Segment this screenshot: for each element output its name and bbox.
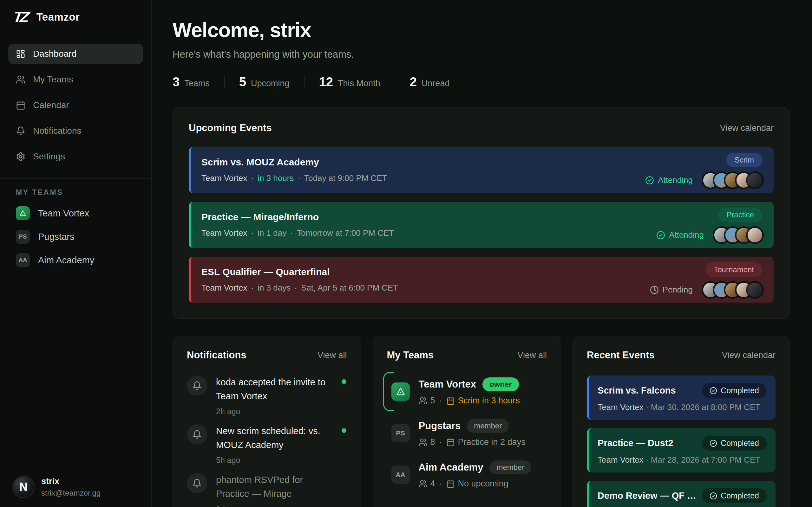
role-badge: member — [467, 419, 509, 433]
users-icon — [419, 396, 427, 405]
stat-divider — [395, 76, 395, 88]
event-team: Team Vortex — [201, 283, 247, 293]
member-count: 5 — [419, 396, 435, 406]
rsvp-label: Attending — [669, 230, 704, 240]
attendee-avatars — [704, 173, 762, 187]
sidebar-team-aim-academy[interactable]: AA Aim Academy — [0, 253, 151, 267]
team-name: Aim Academy — [38, 255, 94, 266]
unread-dot — [342, 428, 346, 433]
separator: · — [294, 283, 297, 293]
event-title: ESL Qualifier — Quarterfinal — [201, 267, 398, 277]
brand-logo-icon: TZ — [12, 8, 31, 26]
notification-text: phantom RSVPed for Practice — Mirage — [216, 473, 336, 501]
notification-item[interactable]: New scrim scheduled: vs. MOUZ Academy 5h… — [187, 424, 347, 465]
separator: · — [646, 455, 649, 464]
sidebar-item-label: Dashboard — [33, 49, 77, 59]
event-meta: Team Vortex · in 1 day · Tomorrow at 7:0… — [201, 228, 394, 238]
separator: · — [439, 437, 442, 447]
status-label: Completed — [721, 386, 759, 395]
sidebar-item-notifications[interactable]: Notifications — [8, 121, 143, 141]
sidebar-item-calendar[interactable]: Calendar — [8, 95, 143, 115]
check-circle-icon — [645, 176, 654, 185]
notifications-view-all-link[interactable]: View all — [317, 350, 347, 360]
team-meta: 5 · Scrim in 3 hours — [419, 396, 520, 406]
stats-row: 3 Teams 5 Upcoming 12 This Month 2 Unrea… — [172, 75, 790, 89]
sidebar: TZ Teamzor Dashboard My Teams Calendar N… — [0, 0, 152, 507]
recent-event-row[interactable]: Demo Review — QF … Completed Pugstars · … — [587, 481, 775, 507]
user-avatar: N — [13, 477, 34, 497]
event-side: Practice Attending — [656, 208, 762, 242]
sidebar-team-pugstars[interactable]: PS Pugstars — [0, 230, 151, 244]
event-row[interactable]: ESL Qualifier — Quarterfinal Team Vortex… — [189, 257, 774, 302]
team-card-pugstars[interactable]: PS Pugstars member 8 · — [392, 419, 547, 447]
event-side: Scrim Attending — [645, 153, 762, 187]
notification-body: koda accepted the invite to Team Vortex … — [216, 376, 336, 416]
separator: · — [251, 173, 254, 183]
status-label: Completed — [721, 439, 759, 448]
event-title: Practice — Mirage/Inferno — [201, 212, 394, 222]
next-event-label: Scrim in 3 hours — [458, 396, 520, 406]
bell-icon — [187, 424, 207, 445]
recent-events-title: Recent Events — [587, 349, 655, 361]
stat-divider — [224, 76, 224, 88]
team-name: Pugstars — [38, 232, 74, 242]
separator: · — [298, 173, 300, 183]
sidebar-item-settings[interactable]: Settings — [8, 147, 143, 167]
check-circle-icon — [656, 231, 665, 239]
bell-icon — [16, 126, 26, 135]
view-calendar-link[interactable]: View calendar — [720, 123, 774, 133]
member-count: 4 — [419, 479, 435, 489]
recent-event-row[interactable]: Practice — Dust2 Completed Team Vortex ·… — [587, 428, 775, 472]
event-team: Team Vortex — [201, 173, 247, 183]
event-team: Team Vortex — [201, 228, 247, 238]
notifications-list: koda accepted the invite to Team Vortex … — [187, 376, 347, 507]
event-main: Scrim vs. MOUZ Academy Team Vortex · in … — [201, 157, 387, 183]
rsvp-label: Attending — [658, 175, 693, 185]
my-teams-title: My Teams — [387, 349, 434, 361]
team-card-body: Team Vortex owner 5 · — [419, 377, 520, 406]
separator: · — [646, 402, 649, 412]
recent-view-calendar-link[interactable]: View calendar — [722, 350, 775, 360]
recent-event-title: Practice — Dust2 — [598, 438, 673, 448]
notifications-header: Notifications View all — [187, 349, 347, 361]
calendar-icon — [446, 480, 455, 488]
users-icon — [419, 480, 427, 488]
notification-text: koda accepted the invite to Team Vortex — [216, 376, 336, 403]
team-name: Aim Academy — [419, 462, 484, 473]
recent-events-list: Scrim vs. Falcons Completed Team Vortex … — [587, 376, 775, 507]
my-teams-view-all-link[interactable]: View all — [518, 350, 547, 360]
check-circle-icon — [710, 492, 717, 500]
recent-events-card: Recent Events View calendar Scrim vs. Fa… — [572, 336, 790, 507]
stat-label: This Month — [338, 78, 380, 89]
member-count: 8 — [419, 437, 435, 447]
sidebar-item-my-teams[interactable]: My Teams — [8, 69, 143, 90]
my-teams-heading: MY TEAMS — [0, 179, 151, 197]
upcoming-events-header: Upcoming Events View calendar — [189, 122, 774, 134]
member-count-value: 8 — [430, 437, 435, 447]
event-main: ESL Qualifier — Quarterfinal Team Vortex… — [201, 267, 398, 293]
completed-badge: Completed — [702, 488, 767, 503]
stat-this-month: 12 This Month — [319, 75, 380, 89]
my-teams-list: Team Vortex owner 5 · — [387, 377, 547, 489]
user-name: strix — [41, 476, 101, 487]
sidebar-item-dashboard[interactable]: Dashboard — [8, 44, 143, 64]
event-row[interactable]: Practice — Mirage/Inferno Team Vortex · … — [189, 202, 774, 248]
team-aim-academy-logo: AA — [16, 253, 30, 267]
event-meta: Team Vortex · in 3 days · Sat, Apr 5 at … — [201, 283, 398, 293]
team-card-vortex[interactable]: Team Vortex owner 5 · — [392, 377, 547, 406]
user-section[interactable]: N strix strix@teamzor.gg — [0, 469, 151, 507]
notification-item[interactable]: koda accepted the invite to Team Vortex … — [187, 376, 347, 416]
notification-time: 5h ago — [216, 456, 336, 465]
sidebar-item-label: My Teams — [33, 74, 73, 84]
team-card-aim-academy[interactable]: AA Aim Academy member 4 — [392, 460, 547, 489]
event-type-badge: Practice — [718, 208, 762, 222]
event-row[interactable]: Scrim vs. MOUZ Academy Team Vortex · in … — [189, 147, 774, 193]
attendee-avatars — [704, 283, 762, 297]
sidebar-team-vortex[interactable]: Team Vortex — [0, 206, 151, 220]
stat-teams: 3 Teams — [172, 75, 210, 89]
recent-event-row[interactable]: Scrim vs. Falcons Completed Team Vortex … — [587, 376, 775, 420]
avatar — [748, 228, 762, 242]
separator: · — [251, 228, 254, 238]
user-email: strix@teamzor.gg — [41, 489, 101, 498]
notification-item[interactable]: phantom RSVPed for Practice — Mirage 1d … — [187, 473, 347, 507]
